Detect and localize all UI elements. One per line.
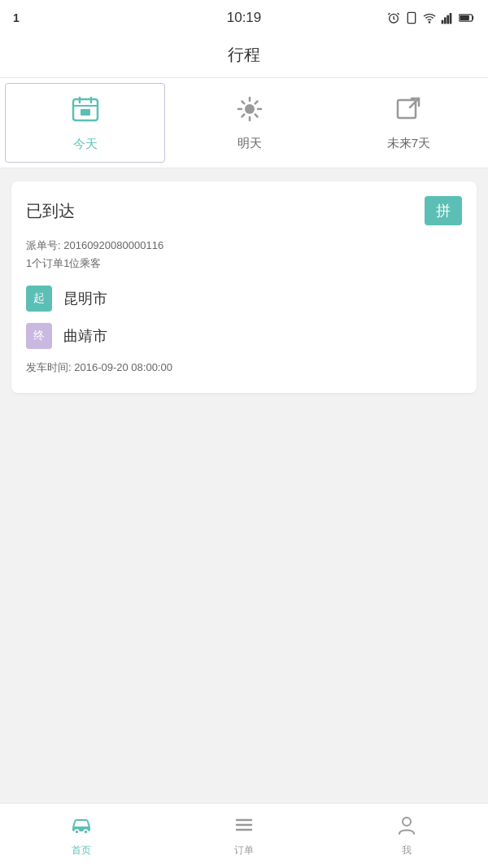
end-badge: 终 [26, 323, 52, 349]
tab-week[interactable]: 未来7天 [329, 78, 488, 168]
start-badge: 起 [26, 286, 52, 312]
svg-rect-5 [444, 17, 447, 24]
nav-orders[interactable]: 订单 [163, 804, 325, 868]
end-route: 终 曲靖市 [26, 323, 462, 349]
svg-line-20 [242, 102, 244, 104]
arrived-label: 已到达 [26, 200, 75, 222]
svg-rect-6 [447, 15, 449, 24]
external-icon [394, 94, 423, 129]
bottom-nav: 首页 订单 我 [0, 803, 488, 868]
start-city: 昆明市 [63, 289, 107, 308]
end-city: 曲靖市 [63, 326, 107, 346]
trip-card: 已到达 拼 派单号: 20160920080000116 1个订单1位乘客 起 … [11, 181, 477, 393]
nav-me-label: 我 [402, 844, 412, 857]
svg-rect-1 [407, 12, 415, 23]
status-bar-time: 10:19 [227, 10, 262, 26]
svg-rect-9 [460, 15, 469, 20]
order-info: 派单号: 20160920080000116 1个订单1位乘客 [26, 238, 462, 271]
svg-point-27 [75, 830, 79, 834]
nav-home[interactable]: 首页 [0, 804, 163, 868]
order-number: 派单号: 20160920080000116 [26, 238, 462, 253]
person-icon [396, 814, 417, 840]
car-icon [71, 814, 92, 840]
page-title: 行程 [228, 46, 260, 63]
battery-icon [459, 13, 475, 23]
tab-today-label: 今天 [73, 137, 98, 152]
status-bar-left: 1 [13, 11, 20, 24]
pin-badge[interactable]: 拼 [425, 196, 462, 225]
wifi-icon [423, 11, 436, 24]
tab-week-label: 未来7天 [387, 136, 430, 151]
svg-rect-14 [81, 109, 90, 116]
sun-icon [235, 94, 264, 129]
tab-tomorrow-label: 明天 [237, 136, 262, 151]
svg-rect-29 [78, 822, 85, 826]
tab-selector: 今天 明天 未来7天 [0, 78, 488, 168]
svg-rect-24 [398, 100, 416, 118]
svg-point-3 [429, 22, 429, 23]
svg-line-22 [255, 102, 258, 104]
svg-point-28 [84, 830, 88, 834]
signal-icon [441, 11, 454, 24]
passenger-info: 1个订单1位乘客 [26, 256, 462, 271]
calendar-icon [71, 95, 100, 130]
nav-orders-label: 订单 [234, 844, 254, 857]
tab-today[interactable]: 今天 [5, 83, 165, 163]
status-bar: 1 10:19 [0, 0, 488, 36]
card-header: 已到达 拼 [26, 196, 462, 225]
svg-rect-7 [450, 13, 452, 24]
svg-line-21 [255, 115, 258, 117]
tab-tomorrow[interactable]: 明天 [170, 78, 329, 168]
svg-line-23 [242, 115, 244, 117]
nav-me[interactable]: 我 [325, 804, 488, 868]
list-icon [233, 814, 255, 840]
svg-rect-4 [442, 20, 444, 24]
main-content: 已到达 拼 派单号: 20160920080000116 1个订单1位乘客 起 … [0, 168, 488, 803]
nav-home-label: 首页 [72, 844, 91, 857]
svg-point-33 [403, 818, 411, 826]
start-route: 起 昆明市 [26, 286, 462, 312]
alarm-icon [387, 11, 400, 24]
depart-time: 发车时间: 2016-09-20 08:00:00 [26, 360, 462, 375]
device-icon [405, 11, 418, 24]
status-bar-icons [387, 11, 475, 24]
page-title-bar: 行程 [0, 36, 488, 78]
svg-point-15 [245, 104, 255, 114]
